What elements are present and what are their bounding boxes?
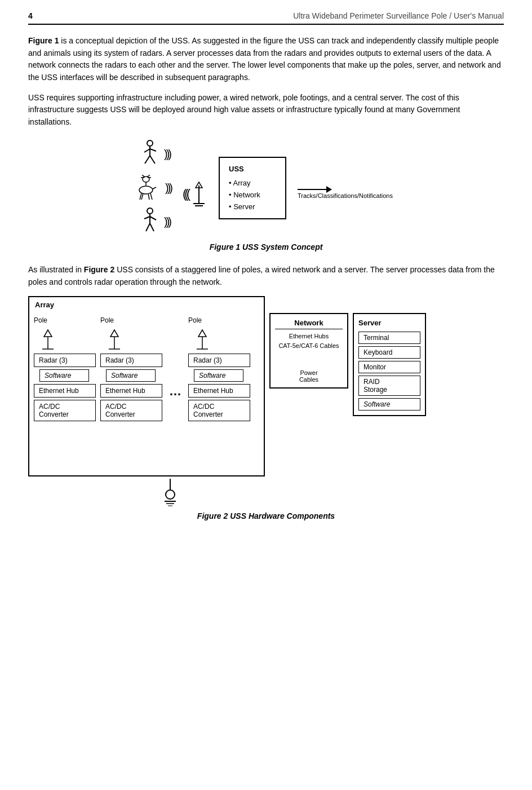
figure2-container: Array Pole Radar (3) Software Ether [28, 296, 504, 529]
page-number: 4 [28, 11, 33, 20]
person-walking-icon [139, 140, 161, 169]
server-keyboard: Keyboard [358, 346, 420, 359]
pole-3-software: Software [194, 369, 243, 382]
figure2-ref-bold: Figure 2 [84, 265, 114, 274]
pole-3-radar: Radar (3) [188, 354, 250, 367]
pole-2-label: Pole [100, 316, 114, 324]
pole-1-radar: Radar (3) [34, 354, 96, 367]
svg-marker-29 [44, 330, 52, 337]
network-detail: Ethernet HubsCAT-5e/CAT-6 Cables [275, 332, 343, 350]
svg-point-10 [143, 176, 149, 182]
uss-title: USS [229, 164, 276, 175]
pole-2-converter: AC/DC Converter [100, 400, 162, 421]
svg-line-4 [145, 156, 150, 164]
paragraph-1-text: is a conceptual depiction of the USS. As… [28, 36, 501, 82]
svg-point-18 [147, 208, 153, 214]
pole-3-column: Pole Radar (3) Software Ethernet Hub AC/… [188, 316, 250, 421]
svg-line-20 [144, 217, 150, 219]
antenna-symbol [190, 180, 207, 208]
pole-2-antenna [100, 328, 128, 351]
deer-row: ))) [134, 175, 171, 202]
paragraph-3-prefix: As illustrated in [28, 265, 84, 274]
svg-line-13 [140, 193, 141, 200]
wave-deer: ))) [165, 182, 171, 195]
server-software: Software [358, 398, 420, 411]
page: 4 Ultra Wideband Perimeter Surveillance … [0, 0, 532, 558]
pole-2-software: Software [106, 369, 156, 382]
svg-line-14 [141, 193, 143, 200]
svg-marker-35 [198, 330, 206, 337]
left-waves: ((( [183, 187, 188, 201]
svg-line-17 [153, 187, 156, 189]
network-label: Network [275, 319, 343, 329]
pole-1-label: Pole [34, 316, 47, 324]
svg-point-0 [147, 140, 153, 146]
page-header: 4 Ultra Wideband Perimeter Surveillance … [28, 11, 504, 25]
server-raid: RAIDStorage [358, 376, 420, 396]
uss-system-box: USS • Array • Network • Server [219, 157, 286, 219]
pole-1-converter: AC/DC Converter [34, 400, 96, 421]
svg-point-38 [166, 490, 175, 499]
network-box: Network Ethernet HubsCAT-5e/CAT-6 Cables… [269, 313, 348, 389]
figure2-caption: Figure 2 USS Hardware Components [197, 511, 335, 520]
svg-line-3 [150, 149, 156, 151]
pole-1-software: Software [39, 369, 89, 382]
server-label: Server [358, 319, 420, 327]
tracks-label: Tracks/Classifications/Notifications [298, 192, 393, 199]
svg-line-21 [150, 217, 156, 220]
svg-line-2 [144, 149, 150, 152]
svg-line-15 [148, 193, 149, 200]
paragraph-2: USS requires supporting infrastructure i… [28, 92, 504, 129]
svg-line-22 [146, 223, 150, 231]
wave-person-top: ))) [164, 148, 170, 161]
svg-point-12 [139, 186, 153, 194]
pole-3-label: Pole [188, 316, 202, 324]
person-bottom-row: ))) [139, 208, 170, 237]
radar-transmit-symbol: ((( [183, 180, 207, 208]
pole-3-antenna [188, 328, 216, 351]
pole-2-column: Pole Radar (3) Software Ethernet Hub AC/… [100, 316, 162, 421]
svg-marker-32 [110, 330, 118, 337]
figure1-ref-bold: Figure 1 [28, 36, 59, 45]
ground-symbol [156, 479, 184, 507]
paragraph-1: Figure 1 is a conceptual depiction of th… [28, 35, 504, 84]
pole-1-column: Pole Radar (3) Software Ethernet Hub AC/… [34, 316, 96, 421]
ground-symbol-container [156, 479, 184, 507]
figure1-left-icons: ))) [139, 140, 171, 237]
wave-person-bottom: ))) [164, 215, 170, 228]
svg-line-5 [150, 156, 155, 164]
server-monitor: Monitor [358, 361, 420, 373]
uss-item-network: • Network [229, 189, 276, 201]
array-box: Array Pole Radar (3) Software Ether [28, 296, 265, 476]
svg-line-23 [150, 223, 154, 231]
figure1-diagram: ))) [28, 140, 504, 237]
pole-3-converter: AC/DC Converter [188, 400, 250, 421]
array-label: Array [35, 301, 54, 309]
svg-line-16 [150, 193, 152, 200]
output-arrow: Tracks/Classifications/Notifications [298, 189, 393, 199]
pole-1-antenna [34, 328, 62, 351]
figure1-container: ))) [28, 140, 504, 261]
pole-1-ethernet: Ethernet Hub [34, 384, 96, 398]
person-top-row: ))) [139, 140, 170, 169]
pole-2-radar: Radar (3) [100, 354, 162, 367]
pole-2-ethernet: Ethernet Hub [100, 384, 162, 398]
figure1-caption: Figure 1 USS System Concept [210, 242, 323, 251]
person-walking-bottom-icon [139, 208, 161, 237]
uss-item-array: • Array [229, 178, 276, 189]
document-title: Ultra Wideband Perimeter Surveillance Po… [293, 11, 504, 20]
server-box: Server Terminal Keyboard Monitor RAIDSto… [353, 313, 426, 416]
poles-row: Pole Radar (3) Software Ethernet Hub AC/… [34, 316, 259, 421]
server-terminal: Terminal [358, 332, 420, 344]
uss-item-server: • Server [229, 201, 276, 213]
deer-icon [134, 175, 162, 202]
pole-3-ethernet: Ethernet Hub [188, 384, 250, 398]
power-cables-label: PowerCables [275, 369, 343, 383]
paragraph-3: As illustrated in Figure 2 USS consists … [28, 264, 504, 288]
poles-ellipsis: … [167, 316, 184, 421]
